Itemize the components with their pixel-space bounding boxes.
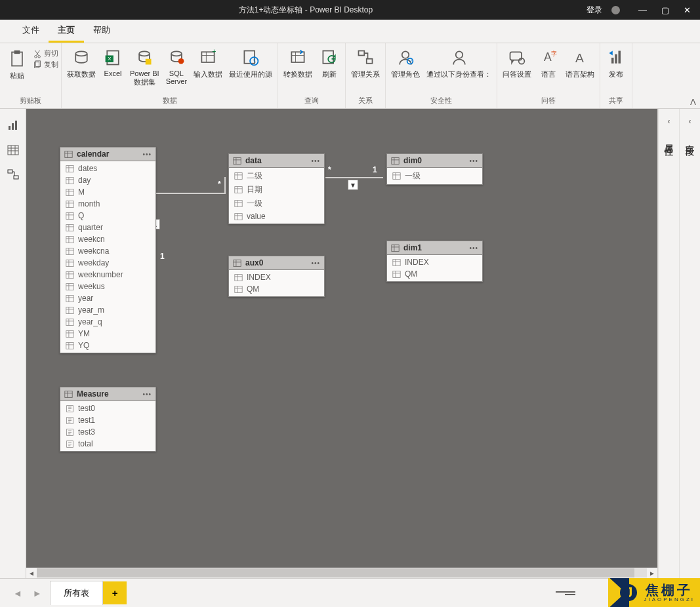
svg-rect-66: [235, 286, 242, 292]
data-view-icon[interactable]: [7, 144, 19, 156]
table-dim1[interactable]: dim1••• INDEXQM: [386, 241, 483, 282]
svg-rect-49: [66, 295, 73, 302]
field-item[interactable]: QM: [387, 268, 482, 280]
cardinality-one: 1: [373, 165, 377, 174]
enter-data-button[interactable]: +输入数据: [191, 46, 225, 81]
svg-rect-9: [146, 59, 152, 65]
cut-button[interactable]: 剪切: [33, 49, 58, 58]
table-calendar[interactable]: calendar••• datesdayMmonthQquarterweekcn…: [60, 147, 156, 353]
field-item[interactable]: month: [60, 198, 155, 210]
field-item[interactable]: test0: [60, 402, 155, 414]
svg-rect-16: [291, 52, 304, 62]
field-item[interactable]: test3: [60, 426, 155, 438]
field-item[interactable]: weekday: [60, 257, 155, 269]
copy-button[interactable]: 复制: [33, 60, 58, 69]
svg-rect-55: [235, 173, 242, 180]
user-avatar-icon[interactable]: [611, 6, 620, 14]
language-schema-button[interactable]: A语言架构: [563, 46, 597, 81]
field-item[interactable]: INDEX: [229, 271, 324, 283]
field-item[interactable]: weekcn: [60, 233, 155, 245]
svg-rect-44: [66, 236, 73, 243]
transform-data-button[interactable]: 转换数据: [281, 46, 315, 81]
paste-button[interactable]: 粘贴: [4, 47, 30, 82]
table-menu-icon[interactable]: •••: [469, 245, 478, 252]
table-data[interactable]: data••• 二级日期一级value: [228, 153, 325, 224]
language-button[interactable]: A字语言: [535, 46, 562, 81]
field-item[interactable]: weeknumber: [60, 269, 155, 281]
field-item[interactable]: year: [60, 292, 155, 304]
report-view-icon[interactable]: [7, 119, 19, 131]
svg-rect-42: [66, 212, 73, 219]
field-item[interactable]: QM: [229, 283, 324, 295]
excel-button[interactable]: XExcel: [100, 46, 126, 79]
field-item[interactable]: year_q: [60, 316, 155, 328]
field-item[interactable]: year_m: [60, 304, 155, 316]
svg-rect-45: [66, 248, 73, 254]
field-item[interactable]: M: [60, 186, 155, 198]
table-menu-icon[interactable]: •••: [142, 391, 152, 398]
svg-rect-38: [66, 165, 73, 172]
svg-rect-65: [235, 274, 242, 281]
svg-rect-32: [12, 123, 14, 130]
view-as-button[interactable]: 通过以下身份查看：: [424, 46, 494, 81]
table-dim0[interactable]: dim0••• 一级: [386, 153, 483, 185]
field-item[interactable]: Q: [60, 210, 155, 222]
chevron-left-icon: ‹: [668, 117, 670, 126]
table-icon: [233, 157, 241, 165]
field-item[interactable]: 日期: [229, 183, 324, 197]
get-data-button[interactable]: 获取数据: [64, 46, 98, 81]
field-item[interactable]: value: [229, 210, 324, 222]
field-item[interactable]: quarter: [60, 222, 155, 233]
pbi-dataset-button[interactable]: Power BI 数据集: [127, 46, 162, 88]
fields-pane[interactable]: ‹字段: [679, 109, 700, 578]
add-tab-button[interactable]: +: [103, 581, 127, 604]
field-item[interactable]: test1: [60, 414, 155, 426]
manage-roles-button[interactable]: 管理角色: [388, 46, 422, 81]
field-item[interactable]: dates: [60, 163, 155, 174]
qa-setup-button[interactable]: 问答设置: [500, 46, 534, 81]
prev-page-icon[interactable]: ◄: [9, 585, 26, 601]
svg-rect-56: [235, 187, 242, 193]
table-menu-icon[interactable]: •••: [311, 157, 320, 165]
maximize-icon[interactable]: ▢: [661, 5, 669, 15]
field-item[interactable]: weekus: [60, 281, 155, 292]
table-menu-icon[interactable]: •••: [311, 260, 320, 267]
page-tabs-footer: ◄ ► 所有表 +: [0, 578, 700, 607]
manage-relationships-button[interactable]: 管理关系: [348, 46, 382, 81]
zoom-control[interactable]: [549, 591, 575, 595]
sheet-tab-all-tables[interactable]: 所有表: [50, 581, 103, 605]
collapse-ribbon-icon[interactable]: ᐱ: [690, 97, 696, 107]
field-item[interactable]: 一级: [387, 169, 482, 183]
refresh-button[interactable]: 刷新: [316, 46, 342, 81]
tab-help[interactable]: 帮助: [84, 19, 119, 43]
field-item[interactable]: total: [60, 438, 155, 450]
tab-file[interactable]: 文件: [13, 19, 49, 43]
field-item[interactable]: weekcna: [60, 245, 155, 257]
svg-rect-47: [66, 271, 73, 278]
field-item[interactable]: YM: [60, 328, 155, 340]
field-item[interactable]: 二级: [229, 169, 324, 183]
minimize-icon[interactable]: —: [638, 5, 647, 15]
sql-server-button[interactable]: SQL Server: [163, 46, 190, 87]
table-menu-icon[interactable]: •••: [469, 157, 478, 165]
field-item[interactable]: day: [60, 174, 155, 186]
horizontal-scrollbar[interactable]: ◄►: [26, 568, 657, 578]
svg-rect-58: [235, 213, 242, 220]
model-view-icon[interactable]: [7, 169, 19, 181]
properties-pane[interactable]: ‹属性: [658, 109, 679, 578]
svg-text:字: 字: [551, 50, 557, 57]
table-menu-icon[interactable]: •••: [142, 151, 152, 158]
model-canvas[interactable]: ▲ 1 * ▼ * 1 calendar••• datesdayMmonthQq…: [26, 109, 657, 578]
publish-button[interactable]: 发布: [603, 46, 629, 81]
tab-home[interactable]: 主页: [49, 19, 84, 43]
next-page-icon[interactable]: ►: [29, 585, 46, 601]
recent-sources-button[interactable]: 最近使用的源: [226, 46, 275, 81]
table-icon: [64, 150, 73, 159]
table-measure[interactable]: Measure••• test0test1test3total: [60, 387, 156, 452]
field-item[interactable]: INDEX: [387, 256, 482, 268]
field-item[interactable]: YQ: [60, 340, 155, 351]
table-aux0[interactable]: aux0••• INDEXQM: [228, 256, 325, 297]
field-item[interactable]: 一级: [229, 197, 324, 210]
close-icon[interactable]: ✕: [684, 5, 691, 15]
login-label[interactable]: 登录: [587, 5, 602, 16]
